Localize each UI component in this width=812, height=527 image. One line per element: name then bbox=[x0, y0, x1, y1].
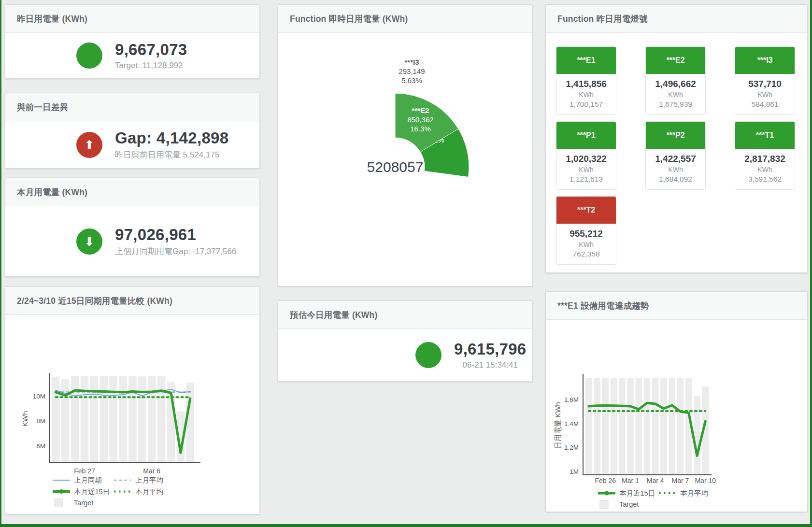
panel-compare-chart: 2/24~3/10 近15日同期用電量比較 (KWh) 6M8M10MFeb 2… bbox=[5, 286, 260, 514]
status-ok-circle bbox=[415, 342, 442, 368]
legend-label: 本月平均 bbox=[135, 488, 163, 496]
tile-label: ***E2 bbox=[646, 47, 705, 74]
tile-label: ***P2 bbox=[646, 122, 705, 149]
status-ok-circle bbox=[76, 43, 102, 69]
light-tile: ***P11,020,322KWh1,121,613 bbox=[556, 121, 616, 190]
stat-subtitle: Target: 11,128,992 bbox=[115, 61, 187, 71]
page-edge-left bbox=[0, 0, 1, 527]
legend-label: 上月同期 bbox=[74, 476, 102, 484]
target-bar bbox=[652, 378, 659, 475]
target-bar bbox=[694, 396, 700, 475]
x-tick-label: Mar 6 bbox=[143, 467, 160, 475]
light-tiles-grid: ***E11,415,856KWh1,700,157***E21,496,662… bbox=[556, 46, 795, 265]
legend-label: 本月近15日 bbox=[619, 489, 655, 497]
stat-body: 9,615,796 06-21 15:34:41 bbox=[278, 329, 532, 381]
target-bar bbox=[100, 376, 108, 463]
tile-target-value: 1,121,613 bbox=[556, 175, 616, 184]
tile-unit: KWh bbox=[556, 241, 616, 248]
target-bar bbox=[602, 378, 609, 475]
target-bar bbox=[138, 376, 146, 463]
tile-label: ***I3 bbox=[735, 47, 795, 74]
tile-unit: KWh bbox=[735, 166, 795, 173]
x-tick-label: Mar 10 bbox=[695, 477, 716, 484]
tile-value: 1,020,322 bbox=[556, 154, 616, 164]
target-bar bbox=[119, 376, 127, 463]
tile-label: ***T2 bbox=[556, 197, 616, 224]
tile-target-value: 1,684,092 bbox=[646, 175, 705, 184]
stat-body: 9,667,073 Target: 11,128,992 bbox=[5, 33, 259, 78]
target-bar bbox=[90, 376, 99, 463]
target-bar bbox=[594, 378, 600, 475]
legend-dot bbox=[59, 489, 64, 494]
panel-trend-chart: ***E1 設備用電達成趨勢 1M1.2M1.4M1.6MFeb 26Mar 1… bbox=[545, 291, 808, 512]
legend-label: 上月平均 bbox=[135, 476, 163, 484]
y-tick-label: 6M bbox=[36, 442, 45, 450]
trend-chart: 1M1.2M1.4M1.6MFeb 26Mar 1Mar 4Mar 7Mar 1… bbox=[546, 292, 808, 513]
stat-value: Gap: 4,142,898 bbox=[115, 129, 228, 147]
target-bar bbox=[52, 377, 60, 463]
tile-target-value: 762,358 bbox=[556, 250, 616, 258]
y-tick-label: 1.4M bbox=[564, 420, 579, 427]
x-tick-label: Feb 27 bbox=[74, 467, 95, 475]
panel-yesterday-usage: 昨日用電量 (KWh) 9,667,073 Target: 11,128,992 bbox=[5, 4, 260, 79]
legend-label: Target bbox=[619, 500, 639, 508]
stat-subtitle: 上個月同期用電Gap: -17,377,566 bbox=[115, 246, 236, 257]
panel-header: Function 昨日用電燈號 bbox=[546, 5, 807, 33]
target-bar bbox=[677, 378, 684, 475]
target-bar bbox=[148, 376, 156, 463]
x-tick-label: Mar 1 bbox=[622, 477, 639, 484]
panel-estimate-today: 預估今日用電量 (KWh) 9,615,796 06-21 15:34:41 bbox=[278, 300, 533, 382]
tile-label: ***E1 bbox=[556, 47, 616, 74]
tile-unit: KWh bbox=[556, 91, 616, 99]
target-bar bbox=[81, 376, 89, 463]
stat-value: 9,667,073 bbox=[115, 41, 187, 59]
panel-title: Function 昨日用電燈號 bbox=[557, 13, 648, 25]
target-bar bbox=[660, 378, 667, 475]
arrow-down-icon: ⬇ bbox=[76, 228, 102, 255]
panel-header: 與前一日差異 bbox=[5, 93, 259, 121]
stat-timestamp: 06-21 15:34:41 bbox=[454, 360, 527, 370]
tile-value: 955,212 bbox=[556, 228, 616, 239]
donut-slice-label: ***I3293,1495.63% bbox=[399, 58, 425, 85]
panel-header: 本月用電量 (KWh) bbox=[5, 178, 259, 206]
stat-value: 9,615,796 bbox=[454, 340, 527, 358]
y-tick-label: 10M bbox=[33, 393, 45, 400]
tile-unit: KWh bbox=[556, 166, 616, 173]
legend-label: 本月近15日 bbox=[74, 488, 110, 496]
page-edge-right bbox=[810, 0, 812, 527]
y-tick-label: 1M bbox=[570, 468, 579, 475]
tile-target-value: 1,675,939 bbox=[646, 100, 705, 109]
tile-value: 2,817,832 bbox=[735, 154, 795, 164]
panel-header: 預估今日用電量 (KWh) bbox=[278, 301, 532, 329]
light-tile: ***I3537,710KWh584,861 bbox=[735, 46, 795, 115]
panel-title: 預估今日用電量 (KWh) bbox=[290, 309, 377, 321]
target-bar bbox=[636, 378, 642, 475]
tile-unit: KWh bbox=[735, 91, 795, 99]
panel-realtime-donut: Function 即時日用電量 (KWh) ***T11,413,18327.1… bbox=[278, 4, 533, 286]
target-bar bbox=[669, 378, 676, 475]
target-bar bbox=[128, 376, 137, 463]
compare-chart: 6M8M10MFeb 27Mar 6KWh上月同期上月平均本月近15日本月平均T… bbox=[5, 287, 260, 515]
stat-value: 97,026,961 bbox=[115, 226, 236, 244]
legend-swatch-target bbox=[55, 499, 63, 507]
tile-label: ***P1 bbox=[556, 122, 616, 149]
target-bar bbox=[109, 376, 117, 463]
tile-unit: KWh bbox=[646, 166, 705, 173]
panel-month-usage: 本月用電量 (KWh) ⬇ 97,026,961 上個月同期用電Gap: -17… bbox=[5, 178, 260, 277]
panel-title: 昨日用電量 (KWh) bbox=[17, 13, 87, 25]
target-bar bbox=[585, 378, 592, 475]
stat-subtitle: 昨日與前日用電量 5,524,175 bbox=[115, 149, 228, 160]
realtime-donut-chart: ***T11,413,18327.1%***I3293,1495.63%***T… bbox=[278, 5, 533, 287]
target-bar bbox=[611, 378, 617, 475]
x-tick-label: Mar 7 bbox=[672, 477, 689, 484]
light-tile: ***E11,415,856KWh1,700,157 bbox=[556, 46, 616, 115]
legend-label: Target bbox=[74, 499, 93, 507]
light-tile: ***T12,817,832KWh3,591,562 bbox=[735, 121, 795, 190]
tile-target-value: 584,861 bbox=[735, 100, 795, 109]
panel-day-gap: 與前一日差異 ⬆ Gap: 4,142,898 昨日與前日用電量 5,524,1… bbox=[5, 93, 260, 169]
target-bar bbox=[619, 378, 626, 475]
legend-label: 本月平均 bbox=[680, 489, 708, 497]
arrow-up-icon: ⬆ bbox=[76, 132, 102, 158]
stat-body: ⬇ 97,026,961 上個月同期用電Gap: -17,377,566 bbox=[5, 206, 259, 276]
panel-status-lights: Function 昨日用電燈號 ***E11,415,856KWh1,700,1… bbox=[545, 4, 808, 273]
